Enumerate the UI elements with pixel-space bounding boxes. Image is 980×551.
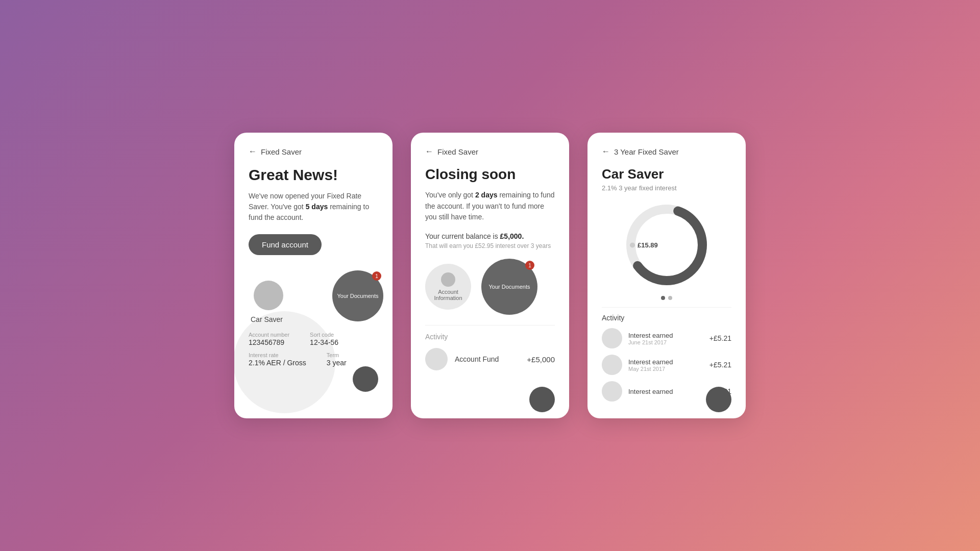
card1-title: Great News! bbox=[249, 166, 378, 184]
card2-activity-title: Activity bbox=[425, 333, 555, 341]
card3-activity-icon-3 bbox=[602, 381, 622, 402]
sort-code-label: Sort code bbox=[310, 332, 338, 338]
card3-activity-info-1: Interest earned June 21st 2017 bbox=[628, 332, 703, 345]
card3-activity-label-1: Interest earned bbox=[628, 332, 703, 339]
card3-activity-date-2: May 21st 2017 bbox=[628, 366, 703, 372]
card2-icons: Account Information 1 Your Documents bbox=[425, 259, 555, 315]
card2-body-text1: You've only got bbox=[425, 191, 475, 199]
card3-activity-row-1: Interest earned June 21st 2017 +£5.21 bbox=[602, 328, 731, 348]
card2-activity-amount: +£5,000 bbox=[527, 355, 555, 364]
card2-balance: Your current balance is £5,000. bbox=[425, 232, 555, 240]
card2-activity-label: Account Fund bbox=[455, 355, 520, 363]
card2-activity-row: Account Fund +£5,000 bbox=[425, 348, 555, 370]
card3-activity-amount-1: +£5.21 bbox=[709, 334, 731, 342]
documents-badge: 1 bbox=[372, 271, 381, 281]
fund-account-button[interactable]: Fund account bbox=[249, 234, 322, 255]
account-number-item: Account number 123456789 bbox=[249, 332, 289, 347]
card2-documents-label: Your Documents bbox=[489, 284, 530, 290]
account-info-circle[interactable]: Account Information bbox=[425, 264, 471, 310]
donut-value: £15.89 bbox=[638, 241, 658, 249]
account-info-row2: Interest rate 2.1% AER / Gross Term 3 ye… bbox=[249, 352, 347, 367]
account-info-row1: Account number 123456789 Sort code 12-34… bbox=[249, 332, 347, 347]
card3-subtitle: 2.1% 3 year fixed interest bbox=[602, 184, 731, 192]
card2-back-arrow-icon[interactable]: ← bbox=[425, 147, 433, 156]
donut-chart: £15.89 bbox=[621, 199, 713, 291]
card1-days: 5 days bbox=[306, 203, 328, 211]
card2-header: ← Fixed Saver bbox=[425, 147, 555, 156]
donut-label: £15.89 bbox=[630, 241, 658, 249]
interest-rate-value: 2.1% AER / Gross bbox=[249, 359, 306, 367]
interest-rate-label: Interest rate bbox=[249, 352, 306, 358]
card1-header-title: Fixed Saver bbox=[261, 147, 302, 156]
card3-activity-date-1: June 21st 2017 bbox=[628, 339, 703, 345]
card2-activity-section: Activity Account Fund +£5,000 bbox=[425, 325, 555, 370]
card3-activity-label-2: Interest earned bbox=[628, 358, 703, 366]
card2-documents-badge: 1 bbox=[525, 261, 534, 270]
card3-activity-icon-2 bbox=[602, 355, 622, 375]
account-number-value: 123456789 bbox=[249, 338, 284, 346]
sort-code-value: 12-34-56 bbox=[310, 338, 338, 346]
card3-activity-section: Activity Interest earned June 21st 2017 … bbox=[602, 307, 731, 402]
car-saver-label: Car Saver bbox=[251, 315, 283, 323]
card2-title: Closing soon bbox=[425, 166, 555, 183]
card-closing-soon: ← Fixed Saver Closing soon You've only g… bbox=[411, 133, 569, 418]
pagination-dot-1[interactable] bbox=[661, 296, 665, 300]
card-car-saver: ← 3 Year Fixed Saver Car Saver 2.1% 3 ye… bbox=[587, 133, 746, 418]
card3-activity-row-2: Interest earned May 21st 2017 +£5.21 bbox=[602, 355, 731, 375]
card2-days: 2 days bbox=[475, 191, 498, 199]
card2-header-title: Fixed Saver bbox=[437, 147, 478, 156]
card3-header: ← 3 Year Fixed Saver bbox=[602, 147, 731, 156]
account-number-label: Account number bbox=[249, 332, 289, 338]
card3-activity-info-2: Interest earned May 21st 2017 bbox=[628, 358, 703, 372]
card3-activity-icon-1 bbox=[602, 328, 622, 348]
term-item: Term 3 year bbox=[327, 352, 347, 367]
card1-fab-button[interactable] bbox=[353, 366, 378, 392]
term-label: Term bbox=[327, 352, 347, 358]
sort-code-item: Sort code 12-34-56 bbox=[310, 332, 338, 347]
card3-title: Car Saver bbox=[602, 166, 731, 182]
card1-header: ← Fixed Saver bbox=[249, 147, 378, 156]
card2-fab-button[interactable] bbox=[529, 387, 555, 412]
account-info-icon bbox=[441, 272, 455, 287]
card2-balance-label: Your current balance is bbox=[425, 232, 500, 240]
card3-header-title: 3 Year Fixed Saver bbox=[614, 147, 679, 156]
car-saver-icon bbox=[254, 281, 283, 310]
documents-label: Your Documents bbox=[337, 293, 379, 299]
card3-activity-label-3: Interest earned bbox=[628, 388, 703, 395]
card2-interest-note: That will earn you £52.95 interest over … bbox=[425, 242, 555, 249]
card2-balance-value: £5,000. bbox=[500, 232, 524, 240]
account-info-label: Account Information bbox=[425, 289, 471, 301]
card3-activity-title: Activity bbox=[602, 314, 731, 322]
cards-container: ← Fixed Saver Great News! We've now open… bbox=[234, 133, 746, 418]
account-info-block: Account number 123456789 Sort code 12-34… bbox=[249, 332, 347, 372]
card3-activity-amount-2: +£5.21 bbox=[709, 361, 731, 369]
card2-activity-icon bbox=[425, 348, 448, 370]
documents-circle[interactable]: 1 Your Documents bbox=[332, 270, 383, 321]
term-value: 3 year bbox=[327, 359, 347, 367]
card1-body: We've now opened your Fixed Rate Saver. … bbox=[249, 191, 378, 223]
pagination-dots bbox=[602, 296, 731, 300]
card2-documents-circle[interactable]: 1 Your Documents bbox=[481, 259, 537, 315]
card3-back-arrow-icon[interactable]: ← bbox=[602, 147, 610, 156]
card-great-news: ← Fixed Saver Great News! We've now open… bbox=[234, 133, 393, 418]
card2-body: You've only got 2 days remaining to fund… bbox=[425, 190, 555, 223]
interest-rate-item: Interest rate 2.1% AER / Gross bbox=[249, 352, 306, 367]
card1-bottom: Car Saver Account number 123456789 Sort … bbox=[249, 265, 378, 398]
back-arrow-icon[interactable]: ← bbox=[249, 147, 257, 156]
donut-dot bbox=[630, 242, 635, 247]
card3-activity-info-3: Interest earned bbox=[628, 388, 703, 395]
pagination-dot-2[interactable] bbox=[668, 296, 672, 300]
card3-fab-button[interactable] bbox=[706, 387, 731, 412]
